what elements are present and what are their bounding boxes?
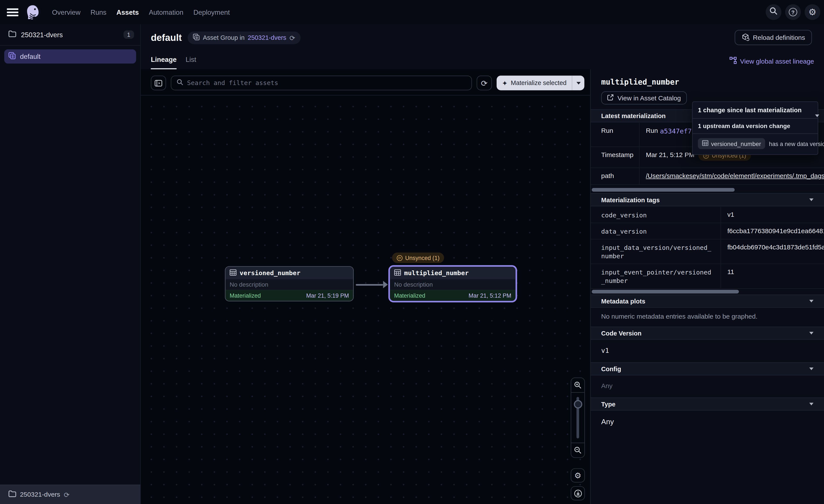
path-link[interactable]: /Users/smackesey/stm/code/elementl/exper…: [646, 172, 824, 179]
zoom-slider-knob[interactable]: [574, 400, 582, 409]
asset-pill[interactable]: versioned_number: [698, 138, 765, 149]
tag-row: input_event_pointer/versioned_number 11: [591, 264, 824, 289]
tag-row: data_version f6ccba1776380941e9cd1ea6648…: [591, 223, 824, 239]
graph-dot-grid: [141, 95, 590, 504]
tag-value: f6ccba1776380941e9cd1ea66481d: [721, 223, 824, 239]
table-row-path: path /Users/smackesey/stm/code/elementl/…: [591, 168, 824, 185]
asset-node-name: versioned_number: [240, 269, 301, 276]
section-metadata-plots[interactable]: Metadata plots: [591, 295, 824, 308]
run-id-link[interactable]: a5347ef7: [660, 127, 692, 135]
search-input[interactable]: [187, 80, 466, 87]
asset-node-versioned-number[interactable]: versioned_number No description Material…: [225, 266, 354, 301]
table-icon: [702, 140, 708, 147]
sidebar-item-default-group[interactable]: default: [4, 49, 136, 64]
badge-prefix: Asset Group in: [203, 34, 245, 41]
chevron-down-icon: [809, 199, 813, 201]
nav-runs[interactable]: Runs: [91, 8, 107, 16]
horizontal-scrollbar[interactable]: [592, 290, 739, 293]
section-materialization-tags[interactable]: Materialization tags: [591, 193, 824, 206]
tag-key: code_version: [591, 207, 721, 223]
zoom-out-icon: [574, 446, 582, 454]
search-button[interactable]: [766, 4, 782, 20]
chevron-down-icon: [809, 300, 813, 302]
tag-key: input_data_version/versioned_number: [591, 239, 721, 264]
gear-icon: ⚙: [574, 472, 581, 479]
sidebar-repo-row[interactable]: 250321-dvers 1: [0, 24, 140, 46]
row-label: Timestamp: [591, 147, 639, 168]
nav-assets[interactable]: Assets: [116, 8, 139, 16]
graph-unsynced-badge[interactable]: ⟳ Unsynced (1): [392, 253, 444, 263]
materialize-sparkle-icon: ✦: [502, 80, 508, 87]
sidebar-repo-name: 250321-dvers: [21, 31, 123, 38]
hamburger-menu-icon[interactable]: [7, 6, 18, 18]
tag-row: input_data_version/versioned_number fb04…: [591, 239, 824, 264]
refresh-icon[interactable]: ⟳: [64, 491, 70, 498]
tag-value: 11: [721, 264, 824, 288]
search-icon: [177, 78, 184, 88]
table-icon: [230, 268, 237, 277]
tab-lineage[interactable]: Lineage: [151, 55, 177, 69]
chevron-down-icon: [809, 368, 813, 370]
nav-deployment[interactable]: Deployment: [193, 8, 230, 16]
zoom-in-button[interactable]: [571, 378, 584, 392]
nav-automation[interactable]: Automation: [149, 8, 183, 16]
dagster-logo-icon[interactable]: [25, 4, 41, 20]
horizontal-scrollbar[interactable]: [592, 188, 735, 192]
external-link-icon: [607, 94, 614, 102]
lineage-graph-canvas[interactable]: ⟳ ✦ Materialize selected ⟳ Unsynced (1): [141, 69, 590, 504]
tab-list[interactable]: List: [186, 55, 196, 69]
tab-bar: Lineage List: [151, 55, 196, 69]
zoom-controls: ⚙: [571, 377, 585, 500]
help-button[interactable]: ?: [785, 4, 801, 20]
tag-key: data_version: [591, 223, 721, 239]
asset-group-icon: [8, 52, 16, 61]
zoom-slider[interactable]: [571, 392, 584, 443]
change-tooltip: 1 change since last materialization 1 up…: [692, 101, 818, 155]
app-window: Overview Runs Assets Automation Deployme…: [0, 0, 824, 504]
section-title: Config: [601, 365, 809, 372]
reload-definitions-button[interactable]: Reload definitions: [734, 30, 812, 45]
nav-overview[interactable]: Overview: [52, 8, 81, 16]
tooltip-heading: 1 change since last materialization: [693, 102, 818, 119]
table-icon: [394, 268, 401, 277]
section-title: Metadata plots: [601, 297, 809, 305]
sidebar-footer[interactable]: 250321-dvers ⟳: [0, 485, 140, 504]
asset-details-panel: multiplied_number View in Asset Catalog …: [590, 69, 824, 504]
gear-icon: ⚙: [808, 8, 816, 16]
graph-settings-button[interactable]: ⚙: [571, 468, 585, 483]
materialize-selected-button[interactable]: ✦ Materialize selected: [497, 76, 572, 91]
section-code-version[interactable]: Code Version: [591, 327, 824, 340]
badge-repo-link[interactable]: 250321-dvers: [248, 34, 286, 41]
sync-status-icon: ⟳: [397, 255, 403, 261]
download-graph-button[interactable]: [571, 486, 585, 501]
section-title: Type: [601, 400, 809, 408]
refresh-graph-button[interactable]: ⟳: [477, 76, 492, 91]
chevron-down-icon: [809, 403, 813, 405]
view-in-asset-catalog-button[interactable]: View in Asset Catalog: [601, 91, 687, 105]
asset-node-multiplied-number[interactable]: multiplied_number No description Materia…: [388, 265, 517, 302]
asset-node-description: No description: [390, 279, 515, 290]
row-label: Run: [591, 123, 639, 146]
chevron-down-icon[interactable]: [815, 114, 819, 117]
materialize-dropdown-button[interactable]: [572, 76, 584, 91]
section-type[interactable]: Type: [591, 397, 824, 410]
page-title: default: [151, 32, 182, 43]
toggle-sidebar-panel-button[interactable]: [151, 76, 166, 91]
refresh-icon[interactable]: ⟳: [290, 34, 295, 41]
type-value: Any: [601, 417, 614, 426]
asset-node-status: Materialized: [394, 292, 425, 299]
section-title: Materialization tags: [601, 196, 809, 204]
zoom-in-icon: [574, 381, 582, 389]
asset-group-badge[interactable]: Asset Group in 250321-dvers ⟳: [188, 31, 301, 44]
view-global-asset-lineage-link[interactable]: View global asset lineage: [729, 57, 814, 66]
timestamp-value: Mar 21, 5:12 PM: [646, 151, 694, 158]
section-config[interactable]: Config: [591, 362, 824, 376]
metadata-plots-empty-state: No numeric metadata entries available to…: [601, 313, 757, 321]
zoom-out-button[interactable]: [571, 443, 584, 458]
run-prefix: Run: [646, 127, 658, 134]
page-header: default Asset Group in 250321-dvers ⟳ Re…: [141, 24, 824, 70]
sidebar-repo-count-badge: 1: [123, 30, 134, 39]
sidebar-item-label: default: [20, 52, 40, 60]
settings-button[interactable]: ⚙: [805, 4, 820, 20]
sidebar: 250321-dvers 1 default 250321-dvers ⟳: [0, 24, 141, 504]
